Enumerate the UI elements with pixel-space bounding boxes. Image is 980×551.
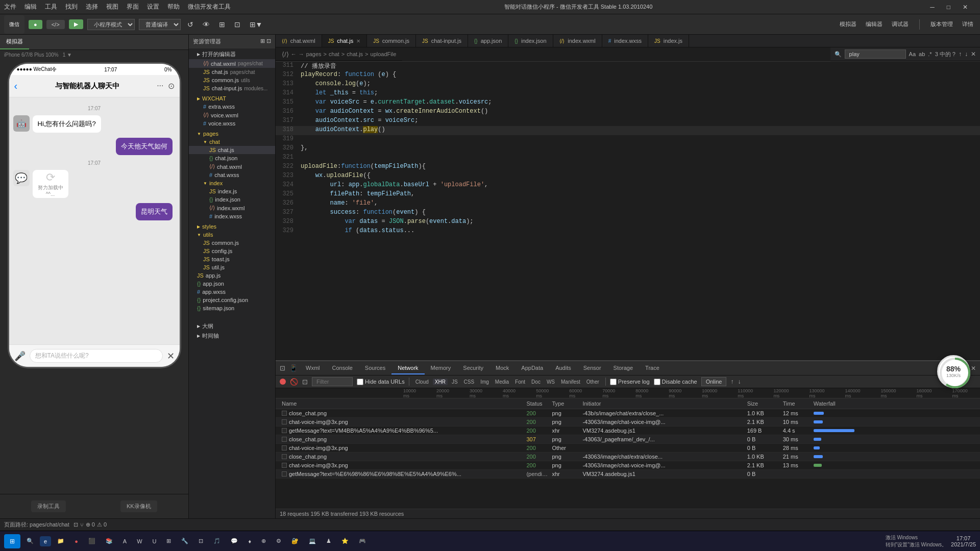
timeline-section[interactable]: ▶ 时间轴 <box>189 331 275 341</box>
mode-select[interactable]: 小程序模式 <box>87 19 135 30</box>
search-whole-word-icon[interactable]: ab <box>919 51 925 57</box>
version-mgmt-btn[interactable]: 版本管理 <box>928 19 955 29</box>
taskbar-lib[interactable]: 📚 <box>102 536 117 546</box>
tab-common-js[interactable]: JS common.js <box>367 35 416 47</box>
search-match-case-icon[interactable]: Aa <box>909 51 916 57</box>
media-filter-btn[interactable]: Media <box>493 379 511 385</box>
clear-network-btn[interactable]: 🚫 <box>290 378 298 386</box>
tab-console[interactable]: Console <box>326 362 359 374</box>
menu-edit[interactable]: 编辑 <box>24 3 37 11</box>
voice-wxss[interactable]: # voice.wxss <box>189 119 275 128</box>
network-filter-input[interactable] <box>312 377 353 386</box>
tab-index-json[interactable]: {} index.json <box>508 35 553 47</box>
compile-select[interactable]: 普通编译 <box>139 19 181 30</box>
taskbar-app9[interactable]: 💻 <box>305 536 320 546</box>
tab-sources[interactable]: Sources <box>359 362 391 374</box>
pages-folder[interactable]: ▼ pages <box>189 130 275 138</box>
search-next-icon[interactable]: ↓ <box>965 51 968 58</box>
dt-device-icon[interactable]: 📱 <box>289 364 298 372</box>
open-editors-label[interactable]: ▶ 打开的编辑器 <box>189 49 275 59</box>
tab-sensor[interactable]: Sensor <box>577 362 607 374</box>
net-row-6[interactable]: chat-voice-img@3x.png 200 png -43063/ima… <box>276 461 980 470</box>
tab-security[interactable]: Security <box>457 362 489 374</box>
other-filter-btn[interactable]: Other <box>584 379 601 385</box>
dt-inspect-icon[interactable]: ⊡ <box>280 364 285 372</box>
row-checkbox-2[interactable] <box>282 428 287 433</box>
taskbar-search[interactable]: 🔍 <box>22 536 38 546</box>
index-wxml-file[interactable]: ⟨/⟩ index.wxml <box>189 204 275 212</box>
menu-select[interactable]: 选择 <box>86 3 98 11</box>
outline-section[interactable]: ▶ 大纲 <box>189 321 275 331</box>
chat-js-file[interactable]: JS chat.js <box>189 146 275 154</box>
disable-cache-checkbox[interactable]: Disable cache <box>654 379 697 385</box>
taskbar-text[interactable]: A <box>119 536 131 546</box>
tab-mock[interactable]: Mock <box>489 362 515 374</box>
net-row-2[interactable]: getMessage?text=VM4BB%A5%A4%A9%E4%BB%96%… <box>276 427 980 435</box>
disable-cache-cb[interactable] <box>654 379 660 385</box>
maximize-btn[interactable]: □ <box>947 4 950 11</box>
index-json-file[interactable]: {} index.json <box>189 195 275 204</box>
simulator-tab[interactable]: 模拟器 <box>0 35 29 49</box>
taskbar-app2[interactable]: ⊡ <box>194 536 207 546</box>
preserve-log-checkbox[interactable]: Preserve log <box>610 379 650 385</box>
taskbar-ie[interactable]: e <box>40 536 51 546</box>
net-row-0[interactable]: close_chat.png 200 png -43b/s/image/chat… <box>276 409 980 418</box>
mic-icon[interactable]: 🎤 <box>14 350 26 362</box>
taskbar-app5[interactable]: ♦ <box>244 536 255 546</box>
img-filter-btn[interactable]: Img <box>478 379 491 385</box>
devtools-close-btn[interactable]: ✕ <box>971 365 976 372</box>
tab-app-json[interactable]: {} app.json <box>468 35 508 47</box>
taskbar-chrome[interactable]: ● <box>70 536 82 546</box>
hide-data-urls-cb[interactable] <box>357 379 363 385</box>
tab-wxml[interactable]: Wxml <box>300 362 326 374</box>
taskbar-app7[interactable]: ⚙ <box>272 536 285 546</box>
chat-input-field[interactable]: 想和TA说些什么呢? <box>30 349 163 363</box>
ws-filter-btn[interactable]: WS <box>545 379 557 385</box>
row-checkbox-6[interactable] <box>282 463 287 468</box>
build-btn[interactable]: </> <box>46 20 65 29</box>
tab-chat-js[interactable]: JS chat.js ✕ <box>322 35 367 47</box>
wxchat-folder[interactable]: ▶ WXCHAT <box>189 94 275 103</box>
index-js-file[interactable]: JS index.js <box>189 187 275 195</box>
minimize-btn[interactable]: ─ <box>930 4 935 11</box>
net-row-1[interactable]: chat-voice-img@3x.png 200 png -43063/ima… <box>276 418 980 427</box>
menu-wechat[interactable]: 微信开发者工具 <box>188 3 231 11</box>
tab-memory[interactable]: Memory <box>425 362 457 374</box>
menu-file[interactable]: 文件 <box>4 3 16 11</box>
tab-close-icon[interactable]: ✕ <box>356 38 360 44</box>
export-icon[interactable]: ↓ <box>738 378 741 385</box>
chat-json-file[interactable]: {} chat.json <box>189 154 275 162</box>
js-filter-btn[interactable]: JS <box>450 379 460 385</box>
font-filter-btn[interactable]: Font <box>513 379 527 385</box>
more-icon[interactable]: ⊞▼ <box>247 19 265 30</box>
app-js-file[interactable]: JS app.js <box>189 271 275 280</box>
chat-wxss-file[interactable]: # chat.wxss <box>189 171 275 179</box>
chat-subfolder[interactable]: ▼ chat <box>189 138 275 146</box>
tab-storage[interactable]: Storage <box>607 362 640 374</box>
taskbar-app3[interactable]: 🎵 <box>209 536 225 546</box>
tab-chat-wxml[interactable]: ⟨/⟩ chat.wxml <box>276 35 322 47</box>
index-wxss-file[interactable]: # index.wxss <box>189 212 275 220</box>
hide-data-urls-checkbox[interactable]: Hide data URLs <box>357 379 405 385</box>
tab-index-wxml[interactable]: ⟨/⟩ index.wxml <box>553 35 602 47</box>
project-config-file[interactable]: {} project.config.json <box>189 296 275 304</box>
net-row-4[interactable]: chat-voice-img@3x.png 200 Other 0 B 28 m… <box>276 444 980 453</box>
run-btn[interactable]: ▶ <box>69 19 83 29</box>
row-checkbox[interactable] <box>282 411 287 416</box>
bc-nav-fwd[interactable]: → <box>299 51 304 57</box>
menu-interface[interactable]: 界面 <box>127 3 139 11</box>
taskbar-app6[interactable]: ⊕ <box>257 536 270 546</box>
preserve-log-cb[interactable] <box>610 379 617 385</box>
back-button[interactable]: ‹ <box>14 80 18 92</box>
styles-folder[interactable]: ▶ styles <box>189 222 275 231</box>
tab-network[interactable]: Network <box>391 362 424 374</box>
row-checkbox-1[interactable] <box>282 419 287 424</box>
more-dots-icon[interactable]: ··· <box>157 81 163 91</box>
record-button[interactable] <box>280 379 286 385</box>
start-button[interactable]: ⊞ <box>4 534 20 548</box>
search-input[interactable] <box>845 49 906 59</box>
close-btn[interactable]: ✕ <box>963 4 968 11</box>
details-btn[interactable]: 详情 <box>960 19 976 29</box>
chat-wxml-file[interactable]: ⟨/⟩ chat.wxml <box>189 162 275 171</box>
taskbar-u[interactable]: U <box>149 536 161 546</box>
